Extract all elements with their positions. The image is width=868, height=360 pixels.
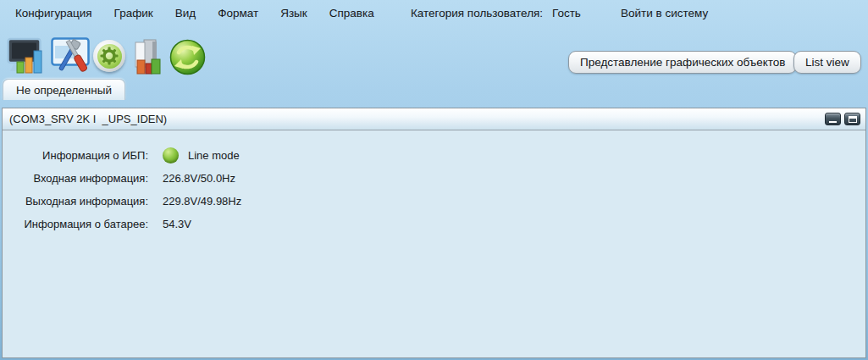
logs-data-icon[interactable]: [131, 37, 167, 80]
status-green-ball-icon: [163, 147, 179, 163]
menu-bar: Конфигурация График Вид Формат Язык Спра…: [0, 0, 868, 25]
ups-panel-header[interactable]: (COM3_SRV 2K I _UPS_IDEN): [3, 108, 865, 130]
monitor-status-icon[interactable]: [7, 37, 46, 79]
gear-glyph: [99, 46, 119, 66]
monitor-status-icon-svg: [7, 37, 46, 75]
list-view-button[interactable]: List view: [793, 51, 861, 74]
input-info-value: 226.8V/50.0Hz: [163, 172, 235, 185]
menu-language[interactable]: Язык: [280, 7, 307, 19]
menu-help[interactable]: Справка: [329, 7, 374, 19]
gear-icon[interactable]: [93, 40, 125, 72]
app-window: Конфигурация График Вид Формат Язык Спра…: [0, 0, 868, 360]
input-info-label: Входная информация:: [3, 172, 148, 185]
refresh-icon[interactable]: [169, 39, 206, 79]
ups-status-label: Информация о ИБП:: [3, 149, 148, 162]
ups-status-text: Line mode: [188, 149, 240, 162]
menu-view[interactable]: Вид: [175, 7, 196, 19]
minimize-icon: [829, 121, 837, 123]
battery-info-label: Информация о батарее:: [3, 218, 148, 230]
refresh-icon-svg: [169, 39, 206, 75]
battery-info-value: 54.3V: [163, 218, 191, 230]
ups-panel: (COM3_SRV 2K I _UPS_IDEN) Информация о И…: [2, 108, 866, 358]
gear-icon-face: [97, 44, 122, 69]
output-info-value: 229.8V/49.98Hz: [163, 195, 241, 208]
maximize-icon: [849, 116, 857, 123]
panel-controls: [821, 113, 860, 125]
minimize-button[interactable]: [825, 113, 841, 125]
settings-tools-icon-svg: [51, 37, 91, 77]
input-info-row: Входная информация: 226.8V/50.0Hz: [3, 167, 865, 190]
ups-info-list: Информация о ИБП: Line mode Входная инфо…: [3, 130, 865, 235]
battery-info-row: Информация о батарее: 54.3V: [3, 213, 865, 235]
maximize-button[interactable]: [844, 113, 860, 125]
gear-icon-bezel: [93, 40, 125, 72]
menu-format[interactable]: Формат: [218, 7, 258, 19]
output-info-row: Выходная информация: 229.8V/49.98Hz: [3, 190, 865, 213]
user-category-value: Гость: [552, 7, 581, 19]
settings-tools-icon[interactable]: [51, 37, 91, 80]
menu-configuration[interactable]: Конфигурация: [15, 7, 92, 19]
ups-panel-title: (COM3_SRV 2K I _UPS_IDEN): [9, 113, 167, 125]
output-info-label: Выходная информация:: [3, 195, 148, 208]
login-link[interactable]: Войти в систему: [621, 7, 708, 19]
user-category-label: Категория пользователя:: [411, 7, 543, 19]
tab-undefined[interactable]: Не определенный: [3, 79, 125, 100]
logs-data-icon-svg: [131, 37, 167, 77]
graphic-objects-view-button[interactable]: Представление графических объектов: [568, 51, 797, 74]
ups-status-value: Line mode: [163, 147, 240, 163]
ups-status-row: Информация о ИБП: Line mode: [3, 144, 865, 167]
menu-graph[interactable]: График: [114, 7, 153, 19]
